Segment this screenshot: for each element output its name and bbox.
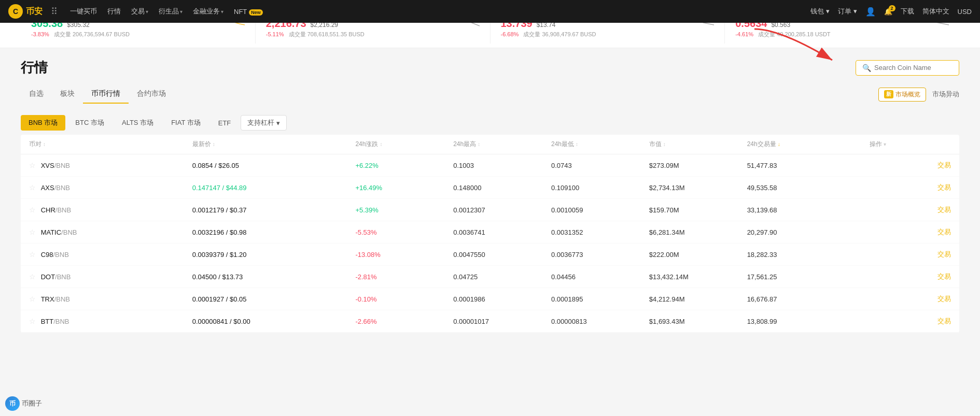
market-tabs-row: 自选 板块 币币行情 合约市场 新 市场概览 市场异动 [21, 85, 959, 104]
star-icon[interactable]: ☆ [29, 317, 36, 325]
sort-icon: ↕ [478, 141, 480, 147]
chevron-down-icon: ▾ [180, 9, 183, 15]
tab-spot[interactable]: 币币行情 [83, 85, 129, 104]
sub-tab-leverage[interactable]: 支持杠杆 ▾ [241, 115, 287, 131]
cell-action: 交易 [870, 161, 951, 170]
nav-left: C 币安 ⠿ 一键买币 行情 交易▾ 衍生品▾ 金融业务▾ NFTNew [8, 4, 267, 19]
nav-item-buy[interactable]: 一键买币 [66, 5, 101, 18]
trade-button[interactable]: 交易 [937, 317, 951, 326]
ticker-change: -6.68% [501, 31, 519, 37]
star-icon[interactable]: ☆ [29, 206, 36, 214]
nav-user-icon[interactable]: 👤 [865, 7, 876, 17]
search-container: 🔍 [856, 60, 959, 76]
cell-change: +5.39% [355, 206, 453, 214]
nav-orders[interactable]: 订单 ▾ [838, 7, 857, 16]
search-input[interactable] [874, 64, 953, 71]
ticker-change: -3.83% [31, 31, 49, 37]
sort-icon-active: ↓ [778, 141, 780, 147]
pair-name[interactable]: AXS/BNB [41, 184, 70, 192]
pair-name[interactable]: BTT/BNB [41, 318, 69, 325]
grid-icon[interactable]: ⠿ [51, 6, 58, 17]
star-icon[interactable]: ☆ [29, 161, 36, 169]
market-tab-right: 新 市场概览 市场异动 [878, 88, 959, 102]
market-overview-label: 市场概览 [895, 90, 920, 99]
trade-button[interactable]: 交易 [937, 227, 951, 237]
star-icon[interactable]: ☆ [29, 250, 36, 259]
table-body: ☆ XVS/BNB 0.0854 / $26.05 +6.22% 0.1003 … [21, 154, 959, 333]
cell-pair: ☆ C98/BNB [29, 250, 192, 259]
trade-button[interactable]: 交易 [937, 294, 951, 304]
sub-tab-btc[interactable]: BTC 市场 [67, 115, 112, 131]
cell-action: 交易 [870, 205, 951, 214]
nav-item-nft[interactable]: NFTNew [230, 6, 267, 18]
ticker-stats: -3.83% 成交量 206,736,594.67 BUSD [31, 31, 130, 38]
nav-logo[interactable]: C 币安 [8, 4, 43, 19]
trade-button[interactable]: 交易 [937, 272, 951, 281]
search-icon: 🔍 [862, 64, 871, 72]
nav-item-derivatives[interactable]: 衍生品▾ [155, 5, 187, 18]
cell-pair: ☆ XVS/BNB [29, 161, 192, 169]
pair-name[interactable]: MATIC/BNB [41, 228, 77, 236]
cell-action: 交易 [870, 250, 951, 259]
cell-pair: ☆ DOT/BNB [29, 272, 192, 281]
market-overview-button[interactable]: 新 市场概览 [878, 88, 926, 102]
search-box[interactable]: 🔍 [856, 60, 959, 76]
cell-volume: 51,477.83 [747, 162, 870, 169]
star-icon[interactable]: ☆ [29, 183, 36, 192]
nav-item-market[interactable]: 行情 [103, 5, 125, 18]
cell-low: 0.0031352 [551, 228, 649, 236]
pair-name[interactable]: C98/BNB [41, 251, 69, 259]
star-icon[interactable]: ☆ [29, 272, 36, 281]
pair-name[interactable]: TRX/BNB [41, 295, 70, 303]
ticker-stats: -4.61% 成交量 40,200,285.18 USDT [735, 31, 830, 38]
market-movement-button[interactable]: 市场异动 [932, 90, 959, 99]
header-volume[interactable]: 24h交易量 ↓ [747, 140, 870, 149]
nav-language[interactable]: 简体中文 [922, 7, 949, 16]
star-icon[interactable]: ☆ [29, 228, 36, 236]
sub-tabs-row: BNB 市场 BTC 市场 ALTS 市场 FIAT 市场 ETF 支持杠杆 ▾ [21, 110, 959, 131]
cell-low: 0.00000813 [551, 318, 649, 325]
header-pair[interactable]: 币对 ↕ [29, 140, 192, 149]
header-price[interactable]: 最新价 ↕ [192, 140, 356, 149]
nav-currency[interactable]: USD [958, 8, 972, 16]
header-marketcap[interactable]: 市值 ↕ [649, 140, 747, 149]
trade-button[interactable]: 交易 [937, 250, 951, 259]
nav-wallet[interactable]: 钱包 ▾ [810, 7, 830, 16]
sub-tab-bnb[interactable]: BNB 市场 [21, 115, 65, 131]
cell-price: 0.147147 / $44.89 [192, 184, 356, 192]
sub-tab-fiat[interactable]: FIAT 市场 [163, 115, 208, 131]
cell-action: 交易 [870, 183, 951, 192]
sub-tab-etf[interactable]: ETF [211, 116, 239, 130]
cell-marketcap: $13,432.14M [649, 273, 747, 281]
trade-button[interactable]: 交易 [937, 183, 951, 192]
tab-sector[interactable]: 板块 [52, 85, 83, 104]
trade-button[interactable]: 交易 [937, 205, 951, 214]
pair-name[interactable]: CHR/BNB [41, 206, 72, 214]
chevron-down-icon: ▾ [884, 141, 886, 147]
nav-download[interactable]: 下载 [901, 7, 914, 16]
tab-watchlist[interactable]: 自选 [21, 85, 52, 104]
header-low[interactable]: 24h最低 ↕ [551, 140, 649, 149]
market-tabs: 自选 板块 币币行情 合约市场 [21, 85, 174, 104]
ticker-volume: 206,736,594.67 BUSD [73, 31, 130, 37]
nav-item-finance[interactable]: 金融业务▾ [189, 5, 228, 18]
header-change[interactable]: 24h涨跌 ↕ [355, 140, 453, 149]
sub-tab-alts[interactable]: ALTS 市场 [114, 115, 161, 131]
cell-change: -5.53% [355, 228, 453, 236]
pair-name[interactable]: DOT/BNB [41, 273, 71, 281]
table-row: ☆ AXS/BNB 0.147147 / $44.89 +16.49% 0.14… [21, 177, 959, 199]
star-icon[interactable]: ☆ [29, 295, 36, 303]
sort-icon: ↕ [576, 141, 578, 147]
pair-name[interactable]: XVS/BNB [41, 162, 70, 169]
logo-icon: C [8, 4, 23, 19]
nav-notification-icon[interactable]: 🔔 2 [884, 8, 892, 16]
cell-change: -13.08% [355, 251, 453, 259]
table-row: ☆ TRX/BNB 0.0001927 / $0.05 -0.10% 0.000… [21, 288, 959, 310]
trade-button[interactable]: 交易 [937, 161, 951, 170]
nav-item-trade[interactable]: 交易▾ [127, 5, 152, 18]
ticker-stats: -5.11% 成交量 708,618,551.35 BUSD [266, 31, 365, 38]
header-high[interactable]: 24h最高 ↕ [453, 140, 551, 149]
tab-futures[interactable]: 合约市场 [129, 85, 174, 104]
cell-low: 0.0743 [551, 162, 649, 169]
cell-volume: 49,535.58 [747, 184, 870, 192]
